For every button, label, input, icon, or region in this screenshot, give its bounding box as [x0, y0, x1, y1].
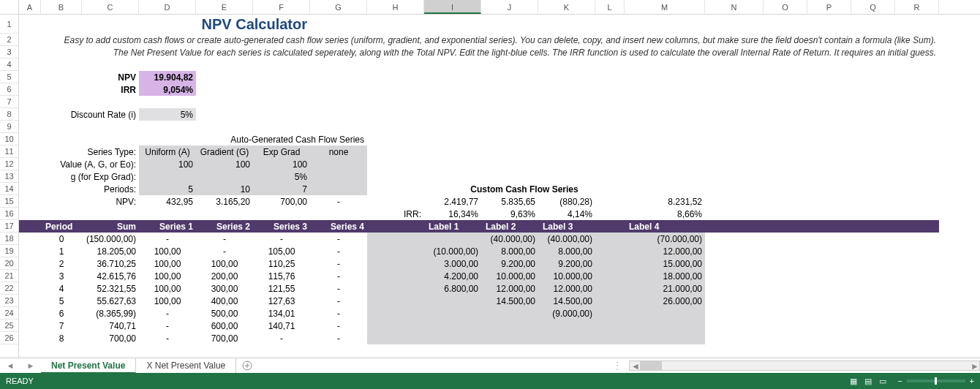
tab-nav-prev[interactable]: ◄	[0, 361, 20, 370]
tab-nav-next[interactable]: ►	[20, 361, 41, 370]
column-headers: ABCDEFGHIJKLMNOPQR	[0, 0, 980, 15]
zoom-out-icon[interactable]: −	[897, 377, 902, 385]
status-text: READY	[6, 377, 34, 385]
worksheet-cells[interactable]: NPV CalculatorEasy to add custom cash fl…	[19, 15, 980, 358]
zoom-control[interactable]: − +	[897, 377, 974, 385]
tab-net-present-value[interactable]: Net Present Value	[41, 358, 136, 374]
tab-x-net-present-value[interactable]: X Net Present Value	[136, 358, 236, 374]
normal-view-icon: ▦	[846, 377, 861, 386]
page-layout-icon: ▤	[861, 377, 875, 386]
add-sheet-button[interactable]	[236, 360, 258, 371]
row-headers: 1234567891011121314151617181920212223242…	[0, 15, 19, 358]
view-mode-icons[interactable]: ▦▤▭	[846, 377, 890, 386]
sheet-tab-bar: ◄ ► Net Present Value X Net Present Valu…	[0, 358, 980, 373]
page-break-icon: ▭	[875, 377, 890, 386]
horizontal-scrollbar[interactable]: ◄►	[629, 360, 980, 371]
status-bar: READY ▦▤▭ − +	[0, 373, 980, 389]
zoom-in-icon[interactable]: +	[970, 377, 974, 385]
